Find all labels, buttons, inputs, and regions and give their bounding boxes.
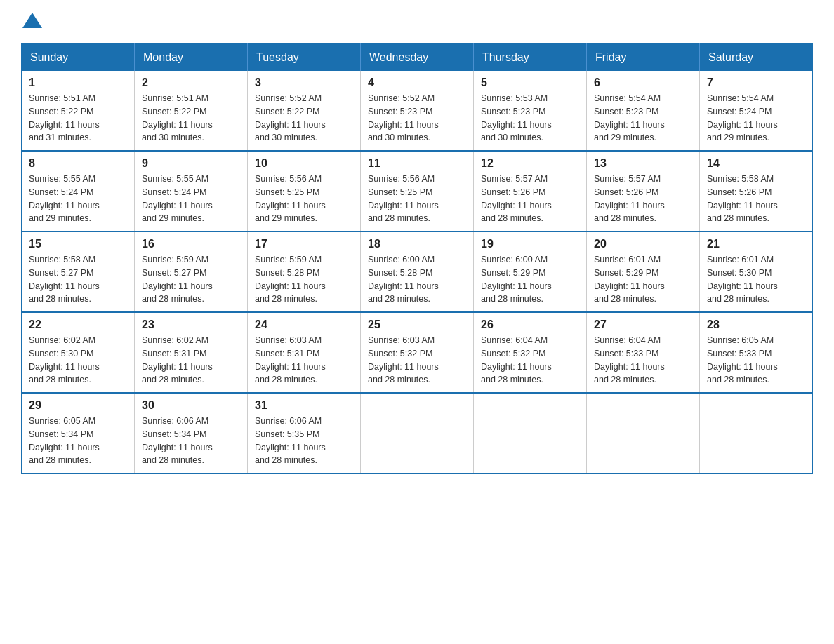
day-number: 12 (481, 157, 579, 170)
calendar-cell: 27 Sunrise: 6:04 AMSunset: 5:33 PMDaylig… (587, 312, 700, 393)
calendar-cell: 23 Sunrise: 6:02 AMSunset: 5:31 PMDaylig… (135, 312, 248, 393)
day-number: 7 (707, 76, 805, 89)
day-number: 3 (255, 76, 353, 89)
day-number: 15 (29, 238, 127, 250)
calendar-table: SundayMondayTuesdayWednesdayThursdayFrid… (21, 43, 813, 474)
calendar-cell: 5 Sunrise: 5:53 AMSunset: 5:23 PMDayligh… (474, 71, 587, 151)
calendar-week-row: 15 Sunrise: 5:58 AMSunset: 5:27 PMDaylig… (22, 232, 813, 312)
day-info: Sunrise: 5:54 AMSunset: 5:24 PMDaylight:… (707, 92, 805, 145)
calendar-cell: 21 Sunrise: 6:01 AMSunset: 5:30 PMDaylig… (700, 232, 813, 312)
day-number: 20 (594, 238, 692, 250)
calendar-cell: 8 Sunrise: 5:55 AMSunset: 5:24 PMDayligh… (22, 151, 135, 232)
calendar-cell: 10 Sunrise: 5:56 AMSunset: 5:25 PMDaylig… (248, 151, 361, 232)
day-info: Sunrise: 6:00 AMSunset: 5:28 PMDaylight:… (368, 253, 466, 306)
day-info: Sunrise: 5:57 AMSunset: 5:26 PMDaylight:… (594, 173, 692, 225)
day-info: Sunrise: 5:51 AMSunset: 5:22 PMDaylight:… (142, 92, 240, 145)
calendar-cell: 26 Sunrise: 6:04 AMSunset: 5:32 PMDaylig… (474, 312, 587, 393)
day-info: Sunrise: 5:55 AMSunset: 5:24 PMDaylight:… (142, 173, 240, 225)
day-header-wednesday: Wednesday (361, 44, 474, 72)
day-info: Sunrise: 5:53 AMSunset: 5:23 PMDaylight:… (481, 92, 579, 145)
day-number: 27 (594, 318, 692, 331)
day-number: 10 (255, 157, 353, 170)
calendar-cell: 11 Sunrise: 5:56 AMSunset: 5:25 PMDaylig… (361, 151, 474, 232)
day-header-thursday: Thursday (474, 44, 587, 72)
calendar-cell (474, 393, 587, 474)
day-number: 17 (255, 238, 353, 250)
day-info: Sunrise: 5:58 AMSunset: 5:27 PMDaylight:… (29, 253, 127, 306)
calendar-cell: 20 Sunrise: 6:01 AMSunset: 5:29 PMDaylig… (587, 232, 700, 312)
calendar-cell: 25 Sunrise: 6:03 AMSunset: 5:32 PMDaylig… (361, 312, 474, 393)
day-info: Sunrise: 5:59 AMSunset: 5:27 PMDaylight:… (142, 253, 240, 306)
calendar-cell: 6 Sunrise: 5:54 AMSunset: 5:23 PMDayligh… (587, 71, 700, 151)
calendar-cell (361, 393, 474, 474)
day-number: 14 (707, 157, 805, 170)
logo-triangle-icon (22, 13, 42, 28)
calendar-cell: 16 Sunrise: 5:59 AMSunset: 5:27 PMDaylig… (135, 232, 248, 312)
calendar-cell: 4 Sunrise: 5:52 AMSunset: 5:23 PMDayligh… (361, 71, 474, 151)
calendar-cell: 14 Sunrise: 5:58 AMSunset: 5:26 PMDaylig… (700, 151, 813, 232)
day-info: Sunrise: 5:56 AMSunset: 5:25 PMDaylight:… (255, 173, 353, 225)
day-info: Sunrise: 6:01 AMSunset: 5:30 PMDaylight:… (707, 253, 805, 306)
day-number: 25 (368, 318, 466, 331)
day-info: Sunrise: 5:59 AMSunset: 5:28 PMDaylight:… (255, 253, 353, 306)
calendar-cell: 9 Sunrise: 5:55 AMSunset: 5:24 PMDayligh… (135, 151, 248, 232)
calendar-cell: 3 Sunrise: 5:52 AMSunset: 5:22 PMDayligh… (248, 71, 361, 151)
day-number: 21 (707, 238, 805, 250)
calendar-cell: 19 Sunrise: 6:00 AMSunset: 5:29 PMDaylig… (474, 232, 587, 312)
day-number: 9 (142, 157, 240, 170)
calendar-cell: 12 Sunrise: 5:57 AMSunset: 5:26 PMDaylig… (474, 151, 587, 232)
day-number: 28 (707, 318, 805, 331)
calendar-cell (587, 393, 700, 474)
day-number: 23 (142, 318, 240, 331)
day-info: Sunrise: 6:06 AMSunset: 5:35 PMDaylight:… (255, 415, 353, 467)
day-info: Sunrise: 6:03 AMSunset: 5:31 PMDaylight:… (255, 334, 353, 387)
calendar-cell: 24 Sunrise: 6:03 AMSunset: 5:31 PMDaylig… (248, 312, 361, 393)
calendar-cell: 7 Sunrise: 5:54 AMSunset: 5:24 PMDayligh… (700, 71, 813, 151)
calendar-cell: 22 Sunrise: 6:02 AMSunset: 5:30 PMDaylig… (22, 312, 135, 393)
day-number: 6 (594, 76, 692, 89)
calendar-cell: 29 Sunrise: 6:05 AMSunset: 5:34 PMDaylig… (22, 393, 135, 474)
calendar-cell: 2 Sunrise: 5:51 AMSunset: 5:22 PMDayligh… (135, 71, 248, 151)
logo (21, 14, 42, 29)
calendar-cell: 1 Sunrise: 5:51 AMSunset: 5:22 PMDayligh… (22, 71, 135, 151)
day-number: 16 (142, 238, 240, 250)
day-number: 22 (29, 318, 127, 331)
day-info: Sunrise: 5:52 AMSunset: 5:22 PMDaylight:… (255, 92, 353, 145)
day-number: 13 (594, 157, 692, 170)
day-info: Sunrise: 6:06 AMSunset: 5:34 PMDaylight:… (142, 415, 240, 467)
day-info: Sunrise: 5:57 AMSunset: 5:26 PMDaylight:… (481, 173, 579, 225)
day-number: 26 (481, 318, 579, 331)
calendar-week-row: 1 Sunrise: 5:51 AMSunset: 5:22 PMDayligh… (22, 71, 813, 151)
day-info: Sunrise: 5:58 AMSunset: 5:26 PMDaylight:… (707, 173, 805, 225)
day-number: 30 (142, 399, 240, 412)
day-info: Sunrise: 5:56 AMSunset: 5:25 PMDaylight:… (368, 173, 466, 225)
day-info: Sunrise: 5:52 AMSunset: 5:23 PMDaylight:… (368, 92, 466, 145)
calendar-cell: 17 Sunrise: 5:59 AMSunset: 5:28 PMDaylig… (248, 232, 361, 312)
day-number: 18 (368, 238, 466, 250)
calendar-cell: 18 Sunrise: 6:00 AMSunset: 5:28 PMDaylig… (361, 232, 474, 312)
day-info: Sunrise: 6:04 AMSunset: 5:33 PMDaylight:… (594, 334, 692, 387)
calendar-cell: 31 Sunrise: 6:06 AMSunset: 5:35 PMDaylig… (248, 393, 361, 474)
day-header-tuesday: Tuesday (248, 44, 361, 72)
day-number: 29 (29, 399, 127, 412)
day-info: Sunrise: 6:05 AMSunset: 5:33 PMDaylight:… (707, 334, 805, 387)
day-number: 1 (29, 76, 127, 89)
calendar-cell: 13 Sunrise: 5:57 AMSunset: 5:26 PMDaylig… (587, 151, 700, 232)
day-number: 11 (368, 157, 466, 170)
day-info: Sunrise: 5:55 AMSunset: 5:24 PMDaylight:… (29, 173, 127, 225)
day-number: 31 (255, 399, 353, 412)
day-header-saturday: Saturday (700, 44, 813, 72)
calendar-week-row: 29 Sunrise: 6:05 AMSunset: 5:34 PMDaylig… (22, 393, 813, 474)
day-number: 5 (481, 76, 579, 89)
day-number: 8 (29, 157, 127, 170)
calendar-header-row: SundayMondayTuesdayWednesdayThursdayFrid… (22, 44, 813, 72)
day-info: Sunrise: 5:51 AMSunset: 5:22 PMDaylight:… (29, 92, 127, 145)
calendar-cell: 28 Sunrise: 6:05 AMSunset: 5:33 PMDaylig… (700, 312, 813, 393)
page-header (21, 14, 813, 29)
calendar-week-row: 22 Sunrise: 6:02 AMSunset: 5:30 PMDaylig… (22, 312, 813, 393)
day-info: Sunrise: 5:54 AMSunset: 5:23 PMDaylight:… (594, 92, 692, 145)
day-number: 19 (481, 238, 579, 250)
day-info: Sunrise: 6:00 AMSunset: 5:29 PMDaylight:… (481, 253, 579, 306)
calendar-week-row: 8 Sunrise: 5:55 AMSunset: 5:24 PMDayligh… (22, 151, 813, 232)
day-info: Sunrise: 6:04 AMSunset: 5:32 PMDaylight:… (481, 334, 579, 387)
